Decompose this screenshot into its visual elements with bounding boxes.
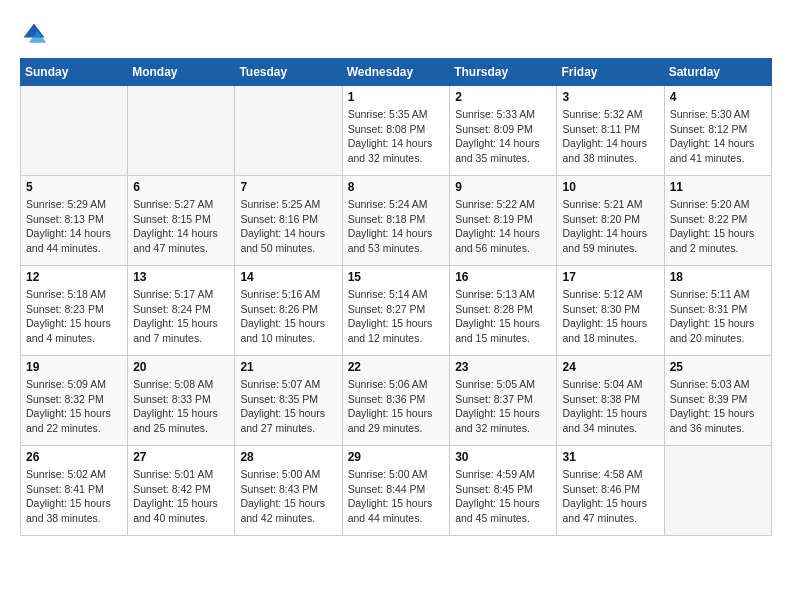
calendar-cell: 13Sunrise: 5:17 AMSunset: 8:24 PMDayligh… xyxy=(128,266,235,356)
day-number: 31 xyxy=(562,450,658,464)
calendar-cell: 20Sunrise: 5:08 AMSunset: 8:33 PMDayligh… xyxy=(128,356,235,446)
calendar-cell: 2Sunrise: 5:33 AMSunset: 8:09 PMDaylight… xyxy=(450,86,557,176)
day-number: 6 xyxy=(133,180,229,194)
day-number: 20 xyxy=(133,360,229,374)
calendar-cell: 30Sunrise: 4:59 AMSunset: 8:45 PMDayligh… xyxy=(450,446,557,536)
calendar-cell: 1Sunrise: 5:35 AMSunset: 8:08 PMDaylight… xyxy=(342,86,450,176)
day-info: Sunrise: 5:30 AMSunset: 8:12 PMDaylight:… xyxy=(670,107,766,166)
calendar-cell: 10Sunrise: 5:21 AMSunset: 8:20 PMDayligh… xyxy=(557,176,664,266)
calendar-cell xyxy=(21,86,128,176)
day-number: 4 xyxy=(670,90,766,104)
day-number: 30 xyxy=(455,450,551,464)
day-number: 11 xyxy=(670,180,766,194)
calendar-cell: 19Sunrise: 5:09 AMSunset: 8:32 PMDayligh… xyxy=(21,356,128,446)
calendar-week-row: 12Sunrise: 5:18 AMSunset: 8:23 PMDayligh… xyxy=(21,266,772,356)
day-info: Sunrise: 5:35 AMSunset: 8:08 PMDaylight:… xyxy=(348,107,445,166)
day-number: 1 xyxy=(348,90,445,104)
calendar-cell: 27Sunrise: 5:01 AMSunset: 8:42 PMDayligh… xyxy=(128,446,235,536)
day-number: 24 xyxy=(562,360,658,374)
calendar-cell: 23Sunrise: 5:05 AMSunset: 8:37 PMDayligh… xyxy=(450,356,557,446)
calendar-cell: 25Sunrise: 5:03 AMSunset: 8:39 PMDayligh… xyxy=(664,356,771,446)
calendar-cell: 11Sunrise: 5:20 AMSunset: 8:22 PMDayligh… xyxy=(664,176,771,266)
day-info: Sunrise: 5:25 AMSunset: 8:16 PMDaylight:… xyxy=(240,197,336,256)
logo-icon xyxy=(20,20,48,48)
calendar-cell xyxy=(664,446,771,536)
day-number: 19 xyxy=(26,360,122,374)
calendar-cell: 6Sunrise: 5:27 AMSunset: 8:15 PMDaylight… xyxy=(128,176,235,266)
calendar-cell: 22Sunrise: 5:06 AMSunset: 8:36 PMDayligh… xyxy=(342,356,450,446)
day-info: Sunrise: 5:01 AMSunset: 8:42 PMDaylight:… xyxy=(133,467,229,526)
day-number: 5 xyxy=(26,180,122,194)
calendar-cell: 24Sunrise: 5:04 AMSunset: 8:38 PMDayligh… xyxy=(557,356,664,446)
day-info: Sunrise: 5:05 AMSunset: 8:37 PMDaylight:… xyxy=(455,377,551,436)
day-info: Sunrise: 5:17 AMSunset: 8:24 PMDaylight:… xyxy=(133,287,229,346)
day-number: 14 xyxy=(240,270,336,284)
page-header xyxy=(20,20,772,48)
weekday-header-monday: Monday xyxy=(128,59,235,86)
day-info: Sunrise: 5:16 AMSunset: 8:26 PMDaylight:… xyxy=(240,287,336,346)
day-info: Sunrise: 5:22 AMSunset: 8:19 PMDaylight:… xyxy=(455,197,551,256)
weekday-header-friday: Friday xyxy=(557,59,664,86)
day-info: Sunrise: 5:08 AMSunset: 8:33 PMDaylight:… xyxy=(133,377,229,436)
day-info: Sunrise: 5:04 AMSunset: 8:38 PMDaylight:… xyxy=(562,377,658,436)
calendar-cell: 18Sunrise: 5:11 AMSunset: 8:31 PMDayligh… xyxy=(664,266,771,356)
calendar-cell: 7Sunrise: 5:25 AMSunset: 8:16 PMDaylight… xyxy=(235,176,342,266)
weekday-header-row: SundayMondayTuesdayWednesdayThursdayFrid… xyxy=(21,59,772,86)
day-info: Sunrise: 5:06 AMSunset: 8:36 PMDaylight:… xyxy=(348,377,445,436)
calendar-week-row: 26Sunrise: 5:02 AMSunset: 8:41 PMDayligh… xyxy=(21,446,772,536)
day-number: 27 xyxy=(133,450,229,464)
day-info: Sunrise: 5:20 AMSunset: 8:22 PMDaylight:… xyxy=(670,197,766,256)
day-number: 10 xyxy=(562,180,658,194)
calendar-cell: 26Sunrise: 5:02 AMSunset: 8:41 PMDayligh… xyxy=(21,446,128,536)
day-info: Sunrise: 5:11 AMSunset: 8:31 PMDaylight:… xyxy=(670,287,766,346)
day-info: Sunrise: 4:59 AMSunset: 8:45 PMDaylight:… xyxy=(455,467,551,526)
day-info: Sunrise: 5:03 AMSunset: 8:39 PMDaylight:… xyxy=(670,377,766,436)
calendar-cell: 16Sunrise: 5:13 AMSunset: 8:28 PMDayligh… xyxy=(450,266,557,356)
logo xyxy=(20,20,52,48)
day-info: Sunrise: 5:00 AMSunset: 8:44 PMDaylight:… xyxy=(348,467,445,526)
calendar-cell: 31Sunrise: 4:58 AMSunset: 8:46 PMDayligh… xyxy=(557,446,664,536)
weekday-header-thursday: Thursday xyxy=(450,59,557,86)
day-info: Sunrise: 5:21 AMSunset: 8:20 PMDaylight:… xyxy=(562,197,658,256)
calendar-cell: 28Sunrise: 5:00 AMSunset: 8:43 PMDayligh… xyxy=(235,446,342,536)
day-info: Sunrise: 5:24 AMSunset: 8:18 PMDaylight:… xyxy=(348,197,445,256)
day-number: 8 xyxy=(348,180,445,194)
day-info: Sunrise: 5:12 AMSunset: 8:30 PMDaylight:… xyxy=(562,287,658,346)
day-info: Sunrise: 5:27 AMSunset: 8:15 PMDaylight:… xyxy=(133,197,229,256)
calendar-cell xyxy=(128,86,235,176)
calendar-cell: 5Sunrise: 5:29 AMSunset: 8:13 PMDaylight… xyxy=(21,176,128,266)
day-number: 25 xyxy=(670,360,766,374)
day-number: 16 xyxy=(455,270,551,284)
calendar-week-row: 5Sunrise: 5:29 AMSunset: 8:13 PMDaylight… xyxy=(21,176,772,266)
day-number: 23 xyxy=(455,360,551,374)
day-number: 26 xyxy=(26,450,122,464)
day-number: 22 xyxy=(348,360,445,374)
day-info: Sunrise: 5:14 AMSunset: 8:27 PMDaylight:… xyxy=(348,287,445,346)
calendar-cell: 15Sunrise: 5:14 AMSunset: 8:27 PMDayligh… xyxy=(342,266,450,356)
calendar-cell: 4Sunrise: 5:30 AMSunset: 8:12 PMDaylight… xyxy=(664,86,771,176)
day-number: 21 xyxy=(240,360,336,374)
day-info: Sunrise: 5:07 AMSunset: 8:35 PMDaylight:… xyxy=(240,377,336,436)
calendar-week-row: 19Sunrise: 5:09 AMSunset: 8:32 PMDayligh… xyxy=(21,356,772,446)
calendar-cell: 12Sunrise: 5:18 AMSunset: 8:23 PMDayligh… xyxy=(21,266,128,356)
day-info: Sunrise: 5:00 AMSunset: 8:43 PMDaylight:… xyxy=(240,467,336,526)
calendar-cell: 8Sunrise: 5:24 AMSunset: 8:18 PMDaylight… xyxy=(342,176,450,266)
calendar-cell: 17Sunrise: 5:12 AMSunset: 8:30 PMDayligh… xyxy=(557,266,664,356)
day-number: 28 xyxy=(240,450,336,464)
day-number: 15 xyxy=(348,270,445,284)
day-number: 17 xyxy=(562,270,658,284)
day-number: 7 xyxy=(240,180,336,194)
day-number: 2 xyxy=(455,90,551,104)
weekday-header-sunday: Sunday xyxy=(21,59,128,86)
day-number: 18 xyxy=(670,270,766,284)
calendar-cell: 14Sunrise: 5:16 AMSunset: 8:26 PMDayligh… xyxy=(235,266,342,356)
calendar-week-row: 1Sunrise: 5:35 AMSunset: 8:08 PMDaylight… xyxy=(21,86,772,176)
day-number: 13 xyxy=(133,270,229,284)
calendar-cell: 9Sunrise: 5:22 AMSunset: 8:19 PMDaylight… xyxy=(450,176,557,266)
calendar-cell: 21Sunrise: 5:07 AMSunset: 8:35 PMDayligh… xyxy=(235,356,342,446)
day-info: Sunrise: 5:18 AMSunset: 8:23 PMDaylight:… xyxy=(26,287,122,346)
day-number: 9 xyxy=(455,180,551,194)
day-info: Sunrise: 5:09 AMSunset: 8:32 PMDaylight:… xyxy=(26,377,122,436)
day-info: Sunrise: 5:29 AMSunset: 8:13 PMDaylight:… xyxy=(26,197,122,256)
day-info: Sunrise: 5:13 AMSunset: 8:28 PMDaylight:… xyxy=(455,287,551,346)
